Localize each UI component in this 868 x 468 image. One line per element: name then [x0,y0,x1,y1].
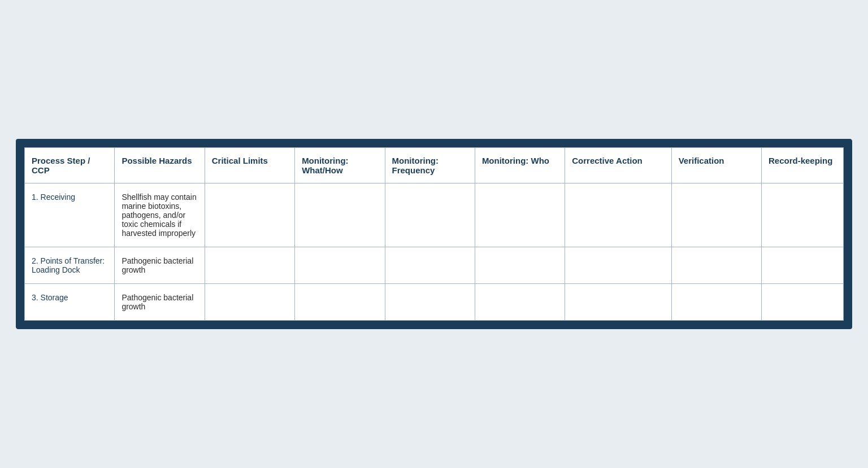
header-verification: Verification [671,148,761,183]
header-possible-hazards: Possible Hazards [115,148,205,183]
cell-verification [671,284,761,321]
cell-critical-limits [205,247,294,284]
haccp-table-container: Process Step / CCP Possible Hazards Crit… [16,139,852,329]
cell-critical-limits [205,183,294,247]
cell-process-step: 3. Storage [25,284,115,321]
header-process-step: Process Step / CCP [25,148,115,183]
cell-monitoring-what [295,247,385,284]
cell-recordkeeping [762,284,844,321]
cell-monitoring-who [475,247,565,284]
cell-recordkeeping [762,183,844,247]
cell-verification [671,183,761,247]
haccp-table: Process Step / CCP Possible Hazards Crit… [24,147,844,321]
table-header-row: Process Step / CCP Possible Hazards Crit… [25,148,844,183]
cell-monitoring-what [295,284,385,321]
table-row: 3. StoragePathogenic bacterial growth [25,284,844,321]
cell-monitoring-frequency [385,284,475,321]
cell-possible-hazards: Pathogenic bacterial growth [115,284,205,321]
header-monitoring-who: Monitoring: Who [475,148,565,183]
cell-monitoring-who [475,183,565,247]
cell-possible-hazards: Pathogenic bacterial growth [115,247,205,284]
cell-monitoring-frequency [385,183,475,247]
header-monitoring-what: Monitoring: What/How [295,148,385,183]
cell-recordkeeping [762,247,844,284]
cell-corrective-action [565,284,671,321]
header-critical-limits: Critical Limits [205,148,294,183]
cell-process-step: 2. Points of Transfer: Loading Dock [25,247,115,284]
table-row: 1. ReceivingShellfish may contain marine… [25,183,844,247]
cell-process-step: 1. Receiving [25,183,115,247]
cell-corrective-action [565,247,671,284]
cell-monitoring-who [475,284,565,321]
header-corrective-action: Corrective Action [565,148,671,183]
table-row: 2. Points of Transfer: Loading DockPatho… [25,247,844,284]
cell-verification [671,247,761,284]
cell-critical-limits [205,284,294,321]
cell-monitoring-what [295,183,385,247]
header-monitoring-frequency: Monitoring: Frequency [385,148,475,183]
header-recordkeeping: Record-keeping [762,148,844,183]
cell-monitoring-frequency [385,247,475,284]
cell-possible-hazards: Shellfish may contain marine biotoxins, … [115,183,205,247]
cell-corrective-action [565,183,671,247]
